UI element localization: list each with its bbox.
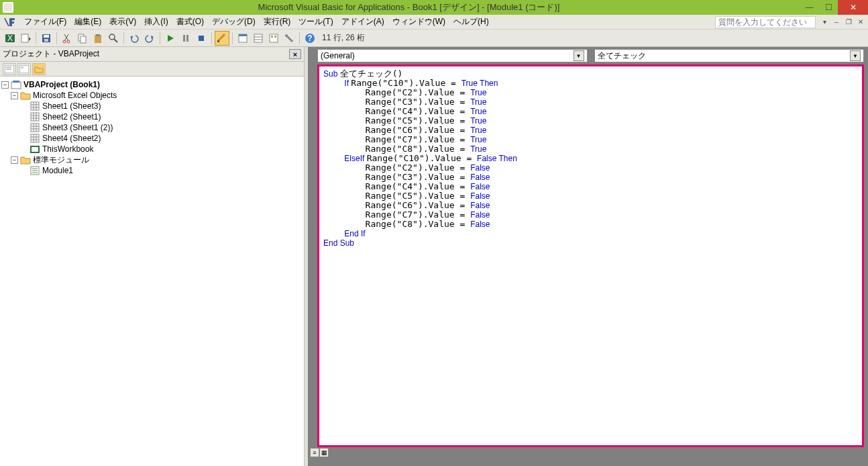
mdi-restore-button[interactable]: ❐ — [844, 17, 853, 27]
cursor-position-label: 11 行, 26 桁 — [322, 32, 365, 44]
object-combo[interactable]: (General) ▼ — [317, 49, 588, 62]
svg-rect-21 — [183, 35, 185, 42]
dropdown-icon[interactable]: ▾ — [820, 17, 829, 27]
svg-rect-23 — [199, 36, 204, 41]
mdi-minimize-button[interactable]: – — [832, 17, 841, 27]
worksheet-icon — [30, 101, 40, 111]
svg-rect-41 — [11, 82, 21, 89]
svg-rect-58 — [31, 134, 39, 142]
svg-marker-20 — [168, 35, 174, 42]
project-tree[interactable]: − VBAProject (Book1) − Microsoft Excel O… — [0, 77, 304, 466]
tree-item-label: Sheet3 (Sheet1 (2)) — [42, 123, 113, 132]
paste-button[interactable] — [91, 31, 105, 46]
code-editor[interactable]: Sub 全てチェック() If Range("C10").Value = Tru… — [319, 66, 862, 445]
tree-root[interactable]: − VBAProject (Book1) — [1, 79, 303, 90]
menu-debug[interactable]: デバッグ(D) — [208, 15, 260, 29]
minimize-button[interactable]: — — [800, 0, 819, 15]
procedure-view-button[interactable]: ≡ — [310, 448, 319, 457]
svg-point-33 — [285, 34, 288, 37]
reset-button[interactable] — [194, 31, 209, 46]
properties-button[interactable] — [251, 31, 266, 46]
main-area: プロジェクト - VBAProject × − VBAProject (Book… — [0, 47, 868, 466]
tree-sheet-item[interactable]: Sheet3 (Sheet1 (2)) — [1, 122, 303, 133]
tree-folder-label: 標準モジュール — [33, 154, 89, 166]
object-combo-text: (General) — [321, 51, 574, 60]
menu-window[interactable]: ウィンドウ(W) — [388, 15, 449, 29]
tree-item-label: ThisWorkbook — [42, 144, 93, 154]
maximize-button[interactable]: ☐ — [819, 0, 838, 15]
toggle-folders-button[interactable] — [32, 63, 46, 75]
close-button[interactable]: ✕ — [838, 0, 868, 15]
toolbox-button[interactable] — [282, 31, 296, 46]
insert-dropdown-button[interactable] — [18, 31, 33, 46]
tree-folder-modules[interactable]: − 標準モジュール — [1, 154, 303, 165]
view-excel-button[interactable]: X — [3, 31, 17, 46]
tree-workbook-item[interactable]: ThisWorkbook — [1, 144, 303, 154]
svg-rect-53 — [31, 124, 39, 132]
cut-button[interactable] — [60, 31, 74, 46]
svg-text:X: X — [7, 34, 13, 43]
tree-folder-objects[interactable]: − Microsoft Excel Objects — [1, 90, 303, 101]
toolbar: X ? 11 行, 26 桁 — [0, 30, 868, 47]
tree-root-label: VBAProject (Book1) — [23, 80, 100, 89]
tree-sheet-item[interactable]: Sheet1 (Sheet3) — [1, 101, 303, 111]
menu-view[interactable]: 表示(V) — [105, 15, 140, 29]
tree-sheet-item[interactable]: Sheet2 (Sheet1) — [1, 111, 303, 122]
menu-run[interactable]: 実行(R) — [260, 15, 295, 29]
svg-rect-30 — [270, 34, 278, 42]
svg-rect-40 — [21, 66, 23, 68]
tree-sheet-item[interactable]: Sheet4 (Sheet2) — [1, 133, 303, 144]
dropdown-arrow-icon[interactable]: ▼ — [850, 50, 861, 61]
view-code-button[interactable] — [3, 63, 16, 75]
save-button[interactable] — [39, 31, 54, 46]
svg-rect-39 — [19, 65, 29, 73]
collapse-icon[interactable]: − — [1, 81, 9, 89]
menu-bar: ファイル(F) 編集(E) 表示(V) 挿入(I) 書式(O) デバッグ(D) … — [0, 15, 868, 30]
svg-rect-48 — [31, 113, 39, 121]
vb-icon — [3, 17, 16, 28]
svg-rect-42 — [13, 81, 19, 83]
view-object-button[interactable] — [17, 63, 31, 75]
svg-rect-8 — [44, 35, 49, 38]
mdi-close-button[interactable]: ✕ — [856, 17, 865, 27]
menu-tools[interactable]: ツール(T) — [294, 15, 337, 29]
project-explorer-button[interactable] — [235, 31, 250, 46]
project-panel-close-button[interactable]: × — [289, 49, 301, 59]
menu-help[interactable]: ヘルプ(H) — [449, 15, 493, 29]
full-module-view-button[interactable]: ▦ — [319, 448, 329, 457]
menu-format[interactable]: 書式(O) — [172, 15, 208, 29]
svg-rect-31 — [271, 36, 273, 38]
collapse-icon[interactable]: − — [11, 92, 18, 99]
help-search-input[interactable] — [715, 16, 816, 28]
code-panel: (General) ▼ 全てチェック ▼ Sub 全てチェック() If Ran… — [308, 47, 868, 466]
collapse-icon[interactable]: − — [11, 156, 18, 164]
break-button[interactable] — [178, 31, 193, 46]
svg-rect-15 — [96, 34, 100, 36]
menu-edit[interactable]: 編集(E) — [70, 15, 105, 29]
project-panel-title: プロジェクト - VBAProject — [3, 48, 99, 60]
title-bar: Microsoft Visual Basic for Applications … — [0, 0, 868, 15]
menu-insert[interactable]: 挿入(I) — [140, 15, 172, 29]
menu-addin[interactable]: アドイン(A) — [337, 15, 388, 29]
window-title: Microsoft Visual Basic for Applications … — [17, 1, 800, 13]
design-mode-button[interactable] — [215, 31, 229, 46]
code-editor-wrap: Sub 全てチェック() If Range("C10").Value = Tru… — [317, 64, 864, 447]
folder-icon — [20, 91, 31, 100]
menu-file[interactable]: ファイル(F) — [20, 15, 70, 29]
tree-module-item[interactable]: Module1 — [1, 165, 303, 176]
svg-rect-9 — [44, 39, 48, 42]
find-button[interactable] — [106, 31, 121, 46]
procedure-combo-text: 全てチェック — [598, 50, 851, 62]
project-panel-header: プロジェクト - VBAProject × — [0, 47, 304, 62]
redo-button[interactable] — [142, 31, 157, 46]
run-button[interactable] — [163, 31, 178, 46]
svg-rect-64 — [32, 147, 38, 152]
undo-button[interactable] — [127, 31, 142, 46]
help-button[interactable]: ? — [303, 31, 317, 46]
object-browser-button[interactable] — [266, 31, 281, 46]
dropdown-arrow-icon[interactable]: ▼ — [574, 50, 584, 61]
copy-button[interactable] — [75, 31, 90, 46]
svg-point-16 — [109, 34, 115, 40]
svg-rect-22 — [186, 35, 188, 42]
procedure-combo[interactable]: 全てチェック ▼ — [594, 49, 865, 62]
